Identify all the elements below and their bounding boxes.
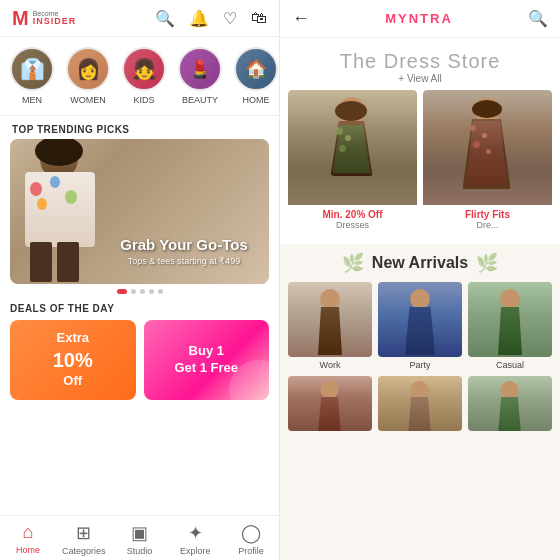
arrivals-card-casual[interactable]: Casual	[468, 282, 552, 370]
category-home-image: 🏠	[234, 47, 278, 91]
nav-studio[interactable]: ▣ Studio	[112, 522, 168, 556]
search-icon[interactable]: 🔍	[155, 9, 175, 28]
category-kids[interactable]: 👧 KIDS	[120, 47, 168, 105]
product-row: Min. 20% Off Dresses	[280, 90, 560, 236]
arrivals-work-label: Work	[288, 360, 372, 370]
wishlist-icon[interactable]: ♡	[223, 9, 237, 28]
category-scroll: 👔 MEN 👩 WOMEN 👧 KIDS 💄 BEAUTY 🏠 HOME	[0, 37, 279, 116]
brand-name: MYNTRA	[385, 11, 453, 26]
product-card-dresses[interactable]: Min. 20% Off Dresses	[288, 90, 417, 236]
new-arrivals-grid: Work Party Casual	[280, 282, 560, 376]
arrivals-card-work[interactable]: Work	[288, 282, 372, 370]
category-women[interactable]: 👩 WOMEN	[64, 47, 112, 105]
dress-store-title: The Dress Store	[280, 50, 560, 73]
leaf-right-icon: 🌿	[476, 252, 498, 274]
nav-explore[interactable]: ✦ Explore	[167, 522, 223, 556]
new-arrivals-title: New Arrivals	[372, 254, 468, 272]
arrivals-card-party[interactable]: Party	[378, 282, 462, 370]
logo: M Become INSIDER	[12, 8, 76, 28]
product-card-flirty[interactable]: Flirty Fits Dre...	[423, 90, 552, 236]
left-header: M Become INSIDER 🔍 🔔 ♡ 🛍	[0, 0, 279, 37]
right-header: ← MYNTRA 🔍	[280, 0, 560, 38]
category-beauty-image: 💄	[178, 47, 222, 91]
dot-2[interactable]	[131, 289, 136, 294]
more-arrivals-1[interactable]	[288, 376, 372, 431]
nav-explore-label: Explore	[180, 546, 211, 556]
notification-icon[interactable]: 🔔	[189, 9, 209, 28]
dot-5[interactable]	[158, 289, 163, 294]
trending-title: TOP TRENDING PICKS	[0, 116, 279, 139]
deals-section: DEALS OF THE DAY Extra10%Off Buy 1Get 1 …	[0, 299, 279, 408]
category-kids-image: 👧	[122, 47, 166, 91]
cart-icon[interactable]: 🛍	[251, 9, 267, 27]
arrivals-party-label: Party	[378, 360, 462, 370]
category-beauty[interactable]: 💄 BEAUTY	[176, 47, 224, 105]
home-nav-icon: ⌂	[22, 522, 33, 543]
nav-categories[interactable]: ⊞ Categories	[56, 522, 112, 556]
right-panel: ← MYNTRA 🔍 The Dress Store + View All	[280, 0, 560, 560]
nav-home[interactable]: ⌂ Home	[0, 522, 56, 556]
dress-store-header: The Dress Store + View All	[280, 38, 560, 90]
category-beauty-label: BEAUTY	[182, 95, 218, 105]
category-home-label: HOME	[243, 95, 270, 105]
nav-profile[interactable]: ◯ Profile	[223, 522, 279, 556]
category-women-label: WOMEN	[70, 95, 106, 105]
dot-1[interactable]	[117, 289, 127, 294]
dot-4[interactable]	[149, 289, 154, 294]
right-search-icon[interactable]: 🔍	[528, 9, 548, 28]
category-men[interactable]: 👔 MEN	[8, 47, 56, 105]
logo-text: Become INSIDER	[33, 10, 77, 26]
deal-card-2[interactable]: Buy 1Get 1 Free	[144, 320, 270, 400]
dot-3[interactable]	[140, 289, 145, 294]
nav-home-label: Home	[16, 545, 40, 555]
nav-profile-label: Profile	[238, 546, 264, 556]
leaf-left-icon: 🌿	[342, 252, 364, 274]
back-button[interactable]: ←	[292, 8, 310, 29]
new-arrivals-header: 🌿 New Arrivals 🌿	[280, 244, 560, 282]
more-arrivals-row	[280, 376, 560, 431]
carousel-dots	[0, 284, 279, 299]
studio-nav-icon: ▣	[131, 522, 148, 544]
banner-sub-text: Tops & tees starting at ₹499	[109, 256, 259, 266]
view-all-link[interactable]: + View All	[280, 73, 560, 84]
deals-row: Extra10%Off Buy 1Get 1 Free	[10, 320, 269, 400]
product-1-info: Min. 20% Off Dresses	[288, 205, 417, 236]
category-home[interactable]: 🏠 HOME	[232, 47, 279, 105]
product-1-discount: Min. 20% Off	[292, 209, 413, 220]
header-icons: 🔍 🔔 ♡ 🛍	[155, 9, 267, 28]
categories-nav-icon: ⊞	[76, 522, 91, 544]
logo-m-icon: M	[12, 8, 29, 28]
category-men-label: MEN	[22, 95, 42, 105]
product-2-type: Dre...	[427, 220, 548, 230]
new-arrivals-section: 🌿 New Arrivals 🌿 Work	[280, 244, 560, 560]
more-arrivals-3[interactable]	[468, 376, 552, 431]
deal-card-1[interactable]: Extra10%Off	[10, 320, 136, 400]
arrivals-casual-label: Casual	[468, 360, 552, 370]
banner[interactable]: Grab Your Go-Tos Tops & tees starting at…	[10, 139, 269, 284]
nav-categories-label: Categories	[62, 546, 106, 556]
more-arrivals-2[interactable]	[378, 376, 462, 431]
category-men-image: 👔	[10, 47, 54, 91]
explore-nav-icon: ✦	[188, 522, 203, 544]
product-2-discount: Flirty Fits	[427, 209, 548, 220]
deal-2-text: Buy 1Get 1 Free	[174, 343, 238, 377]
left-panel: M Become INSIDER 🔍 🔔 ♡ 🛍 👔 MEN 👩 WOMEN 👧…	[0, 0, 280, 560]
product-2-info: Flirty Fits Dre...	[423, 205, 552, 236]
product-1-type: Dresses	[292, 220, 413, 230]
deals-title: DEALS OF THE DAY	[10, 303, 269, 314]
nav-studio-label: Studio	[127, 546, 153, 556]
category-women-image: 👩	[66, 47, 110, 91]
banner-main-text: Grab Your Go-Tos	[109, 236, 259, 254]
bottom-nav: ⌂ Home ⊞ Categories ▣ Studio ✦ Explore ◯…	[0, 515, 279, 560]
deal-1-text: Extra10%Off	[53, 330, 93, 390]
category-kids-label: KIDS	[133, 95, 154, 105]
profile-nav-icon: ◯	[241, 522, 261, 544]
logo-insider: INSIDER	[33, 17, 77, 26]
